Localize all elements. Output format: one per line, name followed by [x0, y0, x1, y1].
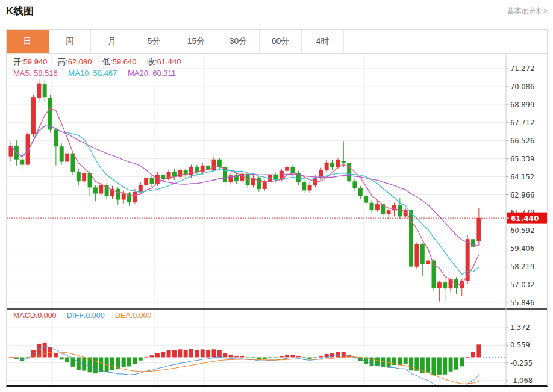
diff-line — [11, 346, 479, 385]
svg-text:68.899: 68.899 — [510, 101, 534, 109]
grid-lines — [7, 54, 506, 385]
svg-text:66.526: 66.526 — [510, 137, 534, 145]
tab-30min[interactable]: 30分 — [217, 30, 260, 53]
price-axis: 71.27270.08668.89967.71266.52665.33964.1… — [506, 64, 534, 385]
tab-month[interactable]: 月 — [91, 30, 133, 53]
macd-histogram — [9, 343, 481, 375]
candles-layer — [9, 79, 481, 302]
svg-text:70.086: 70.086 — [510, 82, 534, 91]
svg-text:-1.068: -1.068 — [510, 376, 533, 385]
ma5-line — [11, 108, 479, 285]
last-price-badge: 61.440 — [507, 213, 547, 224]
chart-area: 71.27270.08668.89967.71266.52665.33964.1… — [7, 54, 547, 385]
header-divider — [6, 20, 548, 20]
svg-text:64.152: 64.152 — [510, 173, 534, 181]
svg-text:-0.255: -0.255 — [510, 359, 533, 367]
svg-text:0.559: 0.559 — [510, 341, 530, 349]
svg-text:55.846: 55.846 — [510, 299, 534, 307]
svg-text:58.219: 58.219 — [510, 263, 534, 271]
tab-week[interactable]: 周 — [49, 30, 91, 53]
ma20-line — [11, 126, 479, 246]
svg-text:57.032: 57.032 — [510, 281, 534, 289]
svg-text:1.372: 1.372 — [510, 323, 530, 332]
page-title: K线图 — [6, 4, 34, 18]
svg-text:61.440: 61.440 — [511, 214, 539, 223]
kline-chart-canvas[interactable]: 71.27270.08668.89967.71266.52665.33964.1… — [7, 54, 547, 385]
tab-5min[interactable]: 5分 — [133, 30, 175, 53]
tab-15min[interactable]: 15分 — [175, 30, 217, 53]
fundamental-analysis-link[interactable]: 基本面分析> — [507, 6, 548, 16]
dea-line — [11, 352, 479, 384]
svg-text:71.272: 71.272 — [510, 64, 534, 73]
kline-widget: 日周月5分15分30分60分4时 71.27270.08668.89967.71… — [6, 29, 548, 387]
svg-text:59.406: 59.406 — [510, 244, 534, 253]
svg-text:60.592: 60.592 — [510, 226, 534, 235]
svg-text:67.712: 67.712 — [510, 119, 534, 127]
ma10-line — [11, 126, 479, 274]
tab-4hour[interactable]: 4时 — [302, 30, 344, 53]
svg-text:65.339: 65.339 — [510, 155, 534, 163]
interval-tab-bar: 日周月5分15分30分60分4时 — [7, 30, 547, 54]
svg-text:62.966: 62.966 — [510, 191, 534, 199]
tab-60min[interactable]: 60分 — [260, 30, 302, 53]
tab-day[interactable]: 日 — [7, 30, 49, 53]
